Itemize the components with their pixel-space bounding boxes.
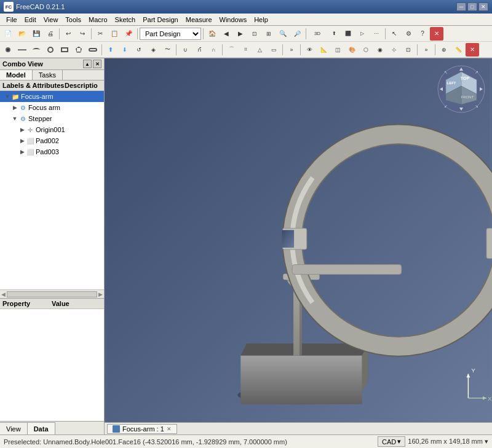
tb-view-color[interactable]: 🎨 bbox=[345, 43, 359, 57]
tb-view-section[interactable]: ◫ bbox=[331, 43, 344, 57]
menu-macro[interactable]: Macro bbox=[85, 15, 111, 25]
tb-more2[interactable]: » bbox=[419, 43, 433, 57]
tree-item-origin001[interactable]: ▶ ✛ Origin001 bbox=[0, 124, 104, 135]
tb-close2[interactable]: ✕ bbox=[466, 43, 479, 57]
tb-zoom-in[interactable]: 🔍 bbox=[276, 27, 290, 41]
tb-nav-fwd[interactable]: ▶ bbox=[234, 27, 247, 41]
tb-sketch-point[interactable] bbox=[1, 43, 15, 57]
vp-tab-close[interactable]: ✕ bbox=[167, 426, 172, 432]
tree-arrow-focus-arm[interactable]: ▼ bbox=[4, 93, 11, 100]
tb-view-menu[interactable]: ⋯ bbox=[370, 27, 383, 41]
tb-chamfer[interactable]: ⌗ bbox=[239, 43, 252, 57]
tb-paste[interactable]: 📌 bbox=[122, 27, 135, 41]
tb-view-axes[interactable]: ⊹ bbox=[387, 43, 401, 57]
tb-more[interactable]: » bbox=[285, 43, 298, 57]
tb-draft[interactable]: △ bbox=[253, 43, 266, 57]
tb-help-icon[interactable]: ? bbox=[416, 27, 429, 41]
tree-item-pad002[interactable]: ▶ ⬜ Pad002 bbox=[0, 135, 104, 146]
tb-fillet[interactable]: ⌒ bbox=[224, 43, 238, 57]
tree-item-pad003[interactable]: ▶ ⬜ Pad003 bbox=[0, 146, 104, 157]
tb-sketch-polygon[interactable] bbox=[72, 43, 85, 57]
tb-view-clip[interactable]: ⊡ bbox=[402, 43, 415, 57]
viewport[interactable]: Y X bbox=[105, 58, 492, 434]
viewport-tab[interactable]: Focus-arm : 1 ✕ bbox=[107, 424, 177, 434]
close-button[interactable]: ✕ bbox=[478, 2, 488, 11]
tab-tasks[interactable]: Tasks bbox=[33, 70, 63, 80]
tb-cut[interactable]: ✂ bbox=[93, 27, 107, 41]
menu-file[interactable]: File bbox=[2, 15, 21, 25]
bottom-tab-data[interactable]: Data bbox=[28, 422, 55, 434]
tree-arrow-focus-arm-child[interactable]: ▶ bbox=[11, 104, 18, 111]
menu-help[interactable]: Help bbox=[250, 15, 272, 25]
tb-nav-back[interactable]: ◀ bbox=[220, 27, 233, 41]
tree-item-focus-arm[interactable]: ▼ 📁 Focus-arm bbox=[0, 91, 104, 102]
tb-view-shade[interactable]: ◉ bbox=[373, 43, 387, 57]
tb-save[interactable]: 💾 bbox=[30, 27, 43, 41]
tree-arrow-pad002[interactable]: ▶ bbox=[18, 138, 26, 144]
tb-close-view[interactable]: ✕ bbox=[430, 27, 443, 41]
tb-view-persp[interactable]: 👁 bbox=[303, 43, 316, 57]
panel-close-btn[interactable]: ✕ bbox=[93, 60, 101, 68]
tb-view-top[interactable]: ⬆ bbox=[327, 27, 341, 41]
tb-view-right[interactable]: ▷ bbox=[355, 27, 369, 41]
tb-settings[interactable]: ⚙ bbox=[402, 27, 415, 41]
tree-scrollbar[interactable]: ◀ ▶ bbox=[0, 289, 104, 298]
tb-measure2[interactable]: 📏 bbox=[451, 43, 465, 57]
tb-sketch-line[interactable] bbox=[15, 43, 29, 57]
tb-view-ortho[interactable]: 📐 bbox=[317, 43, 330, 57]
maximize-button[interactable]: □ bbox=[467, 2, 477, 11]
sep3 bbox=[137, 28, 138, 39]
cad-button[interactable]: CAD ▾ bbox=[378, 436, 405, 447]
tree-item-stepper[interactable]: ▼ ⚙ Stepper bbox=[0, 113, 104, 124]
tree-arrow-stepper[interactable]: ▼ bbox=[11, 116, 18, 122]
title-bar-title: FreeCAD 0.21.1 bbox=[16, 3, 65, 10]
tree-arrow-pad003[interactable]: ▶ bbox=[18, 149, 26, 155]
tb-bool-inter[interactable]: ∩ bbox=[207, 43, 220, 57]
tb-part-sweep[interactable]: 〜 bbox=[161, 43, 174, 57]
bottom-tab-view[interactable]: View bbox=[0, 422, 28, 434]
tb-new[interactable]: 📄 bbox=[1, 27, 15, 41]
tb-part-loft[interactable]: ◈ bbox=[146, 43, 160, 57]
tb-open[interactable]: 📂 bbox=[15, 27, 29, 41]
tb-part-pad[interactable]: ⬆ bbox=[104, 43, 117, 57]
tb-sketch-circle[interactable] bbox=[44, 43, 57, 57]
tree-arrow-origin001[interactable]: ▶ bbox=[18, 127, 26, 133]
menu-sketch[interactable]: Sketch bbox=[111, 15, 140, 25]
workbench-dropdown[interactable]: Part Design Sketcher Part bbox=[140, 28, 201, 40]
tb-sketch-rect[interactable] bbox=[58, 43, 71, 57]
tb-nav-home[interactable]: 🏠 bbox=[205, 27, 219, 41]
tb-sketch-slot[interactable] bbox=[86, 43, 100, 57]
tab-model[interactable]: Model bbox=[0, 70, 33, 80]
tb-undo[interactable]: ↩ bbox=[62, 27, 75, 41]
menu-tools[interactable]: Tools bbox=[62, 15, 85, 25]
tb-part-pocket[interactable]: ⬇ bbox=[118, 43, 132, 57]
tb-zoom-out[interactable]: 🔎 bbox=[290, 27, 304, 41]
tb-view-front[interactable]: ⬛ bbox=[341, 27, 355, 41]
panel-float-btn[interactable]: ▲ bbox=[83, 60, 92, 68]
tb-bool-union[interactable]: ∪ bbox=[178, 43, 192, 57]
tb-cursor[interactable]: ↖ bbox=[387, 27, 401, 41]
tb-bool-cut[interactable]: ∩̄ bbox=[192, 43, 206, 57]
tb-view-std[interactable]: ⊞ bbox=[262, 27, 276, 41]
tb-view-fit[interactable]: ⊡ bbox=[248, 27, 261, 41]
menu-part-design[interactable]: Part Design bbox=[139, 15, 181, 25]
tb-print[interactable]: 🖨 bbox=[44, 27, 57, 41]
tb-redo[interactable]: ↪ bbox=[76, 27, 89, 41]
tree-hscroll[interactable] bbox=[7, 291, 97, 297]
minimize-button[interactable]: ─ bbox=[456, 2, 466, 11]
menu-windows[interactable]: Windows bbox=[216, 15, 251, 25]
nav-cube[interactable]: TOP LEFT FRONT ↖ ↗ ↙ ↘ bbox=[437, 65, 486, 114]
menu-view[interactable]: View bbox=[40, 15, 62, 25]
tb-part-rev[interactable]: ↺ bbox=[132, 43, 146, 57]
tb-thick[interactable]: ▭ bbox=[267, 43, 280, 57]
tb-view-wire[interactable]: ⬡ bbox=[359, 43, 373, 57]
tb-sketch-arc[interactable] bbox=[30, 43, 43, 57]
menu-bar: File Edit View Tools Macro Sketch Part D… bbox=[0, 14, 492, 26]
menu-edit[interactable]: Edit bbox=[21, 15, 40, 25]
tree-item-focus-arm-child[interactable]: ▶ ⚙ Focus arm bbox=[0, 102, 104, 113]
tb-snap[interactable]: ⊕ bbox=[437, 43, 451, 57]
tb-copy[interactable]: 📋 bbox=[108, 27, 121, 41]
svg-text:↙: ↙ bbox=[444, 104, 448, 108]
tb-view-3d[interactable]: 3D bbox=[308, 27, 327, 41]
menu-measure[interactable]: Measure bbox=[182, 15, 216, 25]
